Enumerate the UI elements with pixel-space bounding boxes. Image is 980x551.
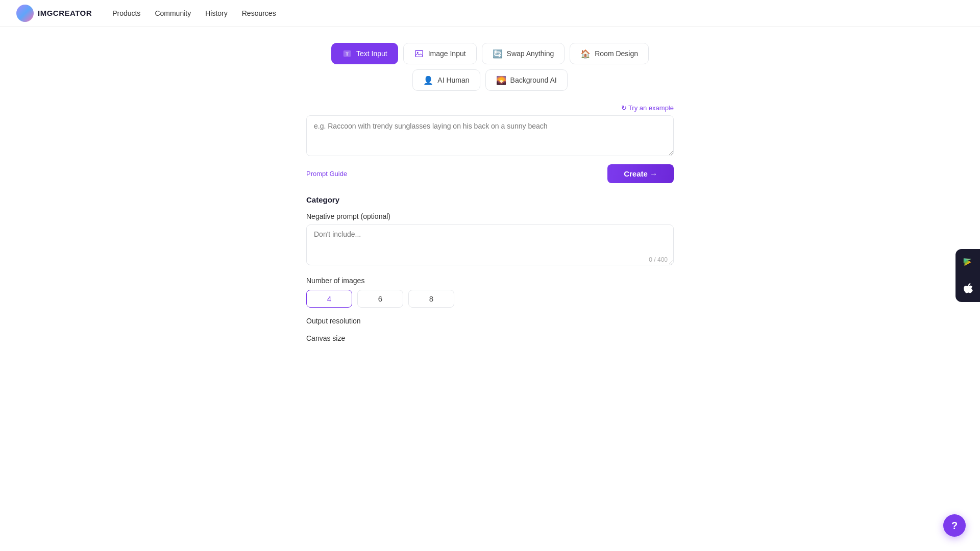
num-option-6[interactable]: 6 [357,290,403,308]
tab-label-room-design: Room Design [595,49,638,58]
canvas-size-label: Canvas size [306,334,674,342]
output-resolution-label: Output resolution [306,317,674,325]
room-design-icon: 🏠 [580,48,591,59]
ai-human-icon: 👤 [423,75,433,85]
nav-link-products[interactable]: Products [112,9,140,17]
num-option-4[interactable]: 4 [306,290,352,308]
main-content: TText InputImage Input🔄Swap Anything🏠Roo… [296,27,684,364]
svg-rect-2 [415,51,422,57]
negative-prompt-label: Negative prompt (optional) [306,212,674,220]
logo-icon [16,5,34,22]
category-label: Category [306,195,674,204]
num-option-8[interactable]: 8 [408,290,454,308]
prompt-input[interactable] [306,115,674,156]
tab-label-image-input: Image Input [428,49,466,58]
nav-link-history[interactable]: History [205,9,228,17]
tab-image-input[interactable]: Image Input [403,43,477,64]
text-input-icon: T [342,48,352,59]
negative-prompt-input[interactable] [306,224,674,265]
tab-ai-human[interactable]: 👤AI Human [412,69,480,91]
try-example-row: ↻ Try an example [306,103,674,112]
nav-links: ProductsCommunityHistoryResources [112,9,276,17]
logo-text: IMGCREATOR [38,9,92,17]
tab-label-ai-human: AI Human [437,76,469,84]
background-ai-icon: 🌄 [496,75,506,85]
tab-room-design[interactable]: 🏠Room Design [570,43,649,64]
tab-background-ai[interactable]: 🌄Background AI [485,69,568,91]
nav-link-community[interactable]: Community [155,9,191,17]
svg-point-3 [417,52,419,54]
action-row: Prompt Guide Create → [306,164,674,183]
create-button[interactable]: Create → [607,164,674,183]
nav-link-resources[interactable]: Resources [242,9,276,17]
tab-swap-anything[interactable]: 🔄Swap Anything [482,43,565,64]
svg-text:T: T [346,52,349,57]
tab-label-background-ai: Background AI [510,76,557,84]
tabs-bar: TText InputImage Input🔄Swap Anything🏠Roo… [306,43,674,91]
side-store [955,249,980,302]
google-play-button[interactable] [955,249,980,276]
num-images-label: Number of images [306,277,674,285]
tab-label-text-input: Text Input [356,49,387,58]
num-images-options: 468 [306,290,674,308]
apple-store-button[interactable] [955,276,980,302]
logo[interactable]: IMGCREATOR [16,5,92,22]
tab-label-swap-anything: Swap Anything [507,49,554,58]
swap-anything-icon: 🔄 [493,48,503,59]
prompt-guide-link[interactable]: Prompt Guide [306,170,347,178]
try-example-link[interactable]: ↻ Try an example [621,104,674,112]
image-input-icon [414,48,424,59]
tab-text-input[interactable]: TText Input [331,43,398,64]
negative-prompt-wrap: 0 / 400 [306,224,674,267]
